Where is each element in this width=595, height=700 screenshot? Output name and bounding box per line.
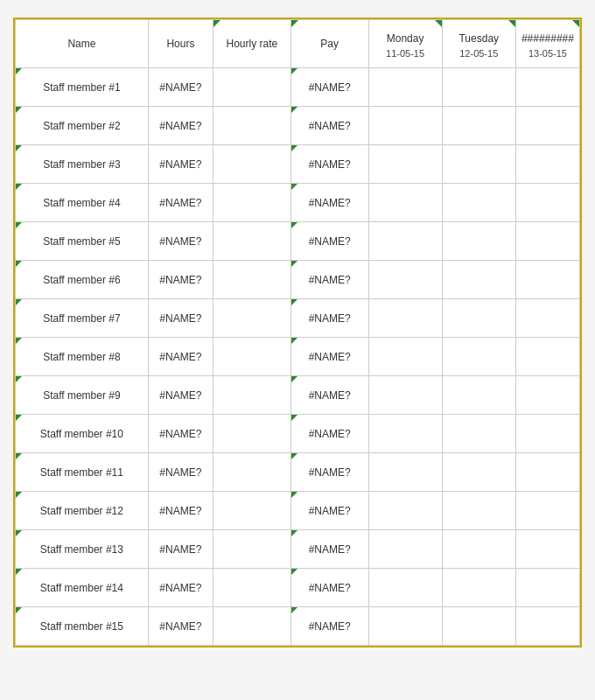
cell-monday[interactable] [368,376,442,415]
cell-pay[interactable]: #NAME? [290,607,368,646]
cell-tuesday[interactable] [442,299,515,338]
cell-hourly-rate[interactable] [214,107,291,145]
cell-tuesday[interactable] [442,530,515,569]
cell-name[interactable]: Staff member #5 [16,222,149,261]
cell-name[interactable]: Staff member #8 [16,338,149,376]
cell-wednesday[interactable] [515,530,579,569]
cell-pay[interactable]: #NAME? [290,145,368,184]
cell-hourly-rate[interactable] [214,376,291,415]
cell-pay[interactable]: #NAME? [290,492,368,530]
cell-name[interactable]: Staff member #9 [16,376,149,415]
cell-wednesday[interactable] [515,299,579,338]
cell-wednesday[interactable] [515,492,579,530]
cell-tuesday[interactable] [442,607,515,646]
cell-pay[interactable]: #NAME? [290,68,368,107]
cell-tuesday[interactable] [442,145,515,184]
cell-hourly-rate[interactable] [214,607,291,646]
cell-monday[interactable] [368,453,442,492]
cell-hours[interactable]: #NAME? [148,222,213,261]
cell-monday[interactable] [368,184,442,222]
cell-hourly-rate[interactable] [214,569,291,607]
cell-tuesday[interactable] [442,453,515,492]
cell-hourly-rate[interactable] [214,222,291,261]
cell-hourly-rate[interactable] [214,145,291,184]
cell-tuesday[interactable] [442,569,515,607]
cell-name[interactable]: Staff member #10 [16,415,149,453]
cell-pay[interactable]: #NAME? [290,530,368,569]
cell-wednesday[interactable] [515,261,579,299]
cell-wednesday[interactable] [515,184,579,222]
cell-wednesday[interactable] [515,222,579,261]
cell-pay[interactable]: #NAME? [290,376,368,415]
cell-hourly-rate[interactable] [214,492,291,530]
cell-tuesday[interactable] [442,415,515,453]
cell-wednesday[interactable] [515,376,579,415]
cell-monday[interactable] [368,607,442,646]
cell-tuesday[interactable] [442,184,515,222]
cell-hours[interactable]: #NAME? [148,338,213,376]
cell-pay[interactable]: #NAME? [290,453,368,492]
cell-hourly-rate[interactable] [214,68,291,107]
cell-hours[interactable]: #NAME? [148,299,213,338]
cell-pay[interactable]: #NAME? [290,415,368,453]
cell-pay[interactable]: #NAME? [290,184,368,222]
cell-name[interactable]: Staff member #2 [16,107,149,145]
cell-name[interactable]: Staff member #15 [16,607,149,646]
cell-monday[interactable] [368,68,442,107]
cell-hours[interactable]: #NAME? [148,415,213,453]
cell-name[interactable]: Staff member #4 [16,184,149,222]
cell-name[interactable]: Staff member #1 [16,68,149,107]
cell-monday[interactable] [368,569,442,607]
cell-monday[interactable] [368,299,442,338]
cell-hourly-rate[interactable] [214,299,291,338]
cell-name[interactable]: Staff member #3 [16,145,149,184]
cell-hours[interactable]: #NAME? [148,607,213,646]
cell-pay[interactable]: #NAME? [290,222,368,261]
cell-hours[interactable]: #NAME? [148,530,213,569]
cell-wednesday[interactable] [515,453,579,492]
cell-monday[interactable] [368,530,442,569]
cell-wednesday[interactable] [515,569,579,607]
cell-monday[interactable] [368,261,442,299]
cell-monday[interactable] [368,415,442,453]
cell-wednesday[interactable] [515,145,579,184]
cell-pay[interactable]: #NAME? [290,107,368,145]
cell-name[interactable]: Staff member #11 [16,453,149,492]
cell-wednesday[interactable] [515,68,579,107]
cell-tuesday[interactable] [442,222,515,261]
cell-monday[interactable] [368,107,442,145]
cell-tuesday[interactable] [442,338,515,376]
cell-monday[interactable] [368,145,442,184]
cell-hourly-rate[interactable] [214,530,291,569]
cell-hours[interactable]: #NAME? [148,68,213,107]
cell-tuesday[interactable] [442,68,515,107]
cell-wednesday[interactable] [515,415,579,453]
cell-hourly-rate[interactable] [214,184,291,222]
cell-tuesday[interactable] [442,261,515,299]
cell-hours[interactable]: #NAME? [148,261,213,299]
cell-name[interactable]: Staff member #13 [16,530,149,569]
cell-name[interactable]: Staff member #14 [16,569,149,607]
cell-pay[interactable]: #NAME? [290,299,368,338]
cell-hours[interactable]: #NAME? [148,453,213,492]
cell-hours[interactable]: #NAME? [148,376,213,415]
cell-pay[interactable]: #NAME? [290,261,368,299]
cell-wednesday[interactable] [515,107,579,145]
cell-tuesday[interactable] [442,492,515,530]
cell-name[interactable]: Staff member #6 [16,261,149,299]
cell-hourly-rate[interactable] [214,415,291,453]
cell-name[interactable]: Staff member #12 [16,492,149,530]
cell-hours[interactable]: #NAME? [148,184,213,222]
cell-monday[interactable] [368,222,442,261]
cell-monday[interactable] [368,492,442,530]
cell-name[interactable]: Staff member #7 [16,299,149,338]
cell-pay[interactable]: #NAME? [290,338,368,376]
cell-wednesday[interactable] [515,338,579,376]
cell-tuesday[interactable] [442,107,515,145]
cell-hours[interactable]: #NAME? [148,107,213,145]
cell-hourly-rate[interactable] [214,453,291,492]
cell-monday[interactable] [368,338,442,376]
cell-wednesday[interactable] [515,607,579,646]
cell-hours[interactable]: #NAME? [148,569,213,607]
cell-hours[interactable]: #NAME? [148,492,213,530]
